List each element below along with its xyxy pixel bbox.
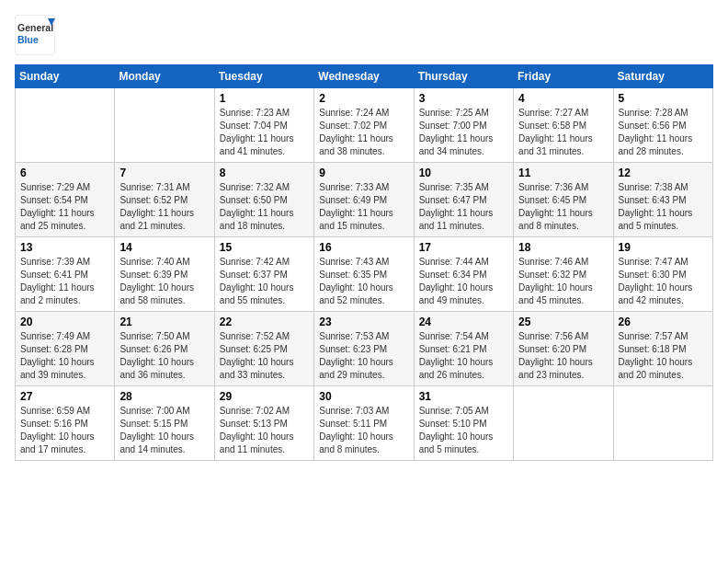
day-info: Sunrise: 7:50 AMSunset: 6:26 PMDaylight:… (119, 330, 209, 382)
day-number: 5 (619, 92, 708, 105)
day-info: Sunrise: 7:56 AMSunset: 6:20 PMDaylight:… (518, 330, 608, 382)
day-info: Sunrise: 7:52 AMSunset: 6:25 PMDaylight:… (220, 330, 309, 382)
day-number: 24 (419, 316, 508, 328)
calendar-cell: 29Sunrise: 7:02 AMSunset: 5:13 PMDayligh… (214, 386, 313, 461)
calendar-day-header: Tuesday (214, 65, 313, 88)
calendar-cell: 22Sunrise: 7:52 AMSunset: 6:25 PMDayligh… (214, 312, 313, 386)
day-number: 6 (20, 167, 109, 179)
calendar-week-row: 13Sunrise: 7:39 AMSunset: 6:41 PMDayligh… (16, 237, 713, 312)
day-number: 26 (619, 316, 708, 328)
day-number: 20 (20, 316, 109, 328)
calendar-cell (613, 386, 712, 461)
day-info: Sunrise: 7:32 AMSunset: 6:50 PMDaylight:… (220, 181, 309, 233)
day-number: 27 (20, 390, 109, 403)
svg-text:General: General (17, 22, 53, 33)
calendar-cell: 13Sunrise: 7:39 AMSunset: 6:41 PMDayligh… (16, 237, 115, 312)
day-info: Sunrise: 6:59 AMSunset: 5:16 PMDaylight:… (20, 405, 109, 456)
day-info: Sunrise: 7:47 AMSunset: 6:30 PMDaylight:… (619, 256, 708, 307)
calendar-week-row: 1Sunrise: 7:23 AMSunset: 7:04 PMDaylight… (16, 88, 713, 163)
logo: General Blue (15, 15, 55, 55)
calendar-cell: 15Sunrise: 7:42 AMSunset: 6:37 PMDayligh… (214, 237, 313, 312)
day-info: Sunrise: 7:39 AMSunset: 6:41 PMDaylight:… (20, 256, 109, 307)
calendar-cell: 7Sunrise: 7:31 AMSunset: 6:52 PMDaylight… (115, 163, 214, 237)
day-number: 29 (220, 390, 309, 403)
calendar-cell: 16Sunrise: 7:43 AMSunset: 6:35 PMDayligh… (314, 237, 414, 312)
day-number: 2 (319, 92, 408, 105)
calendar-cell: 17Sunrise: 7:44 AMSunset: 6:34 PMDayligh… (414, 237, 513, 312)
day-number: 16 (319, 241, 408, 254)
day-info: Sunrise: 7:38 AMSunset: 6:43 PMDaylight:… (619, 181, 708, 233)
day-info: Sunrise: 7:03 AMSunset: 5:11 PMDaylight:… (319, 405, 408, 456)
day-number: 3 (419, 92, 508, 105)
calendar-day-header: Wednesday (314, 65, 414, 88)
day-info: Sunrise: 7:29 AMSunset: 6:54 PMDaylight:… (20, 181, 109, 233)
day-number: 1 (220, 92, 309, 105)
day-info: Sunrise: 7:27 AMSunset: 6:58 PMDaylight:… (518, 107, 608, 158)
calendar-cell: 2Sunrise: 7:24 AMSunset: 7:02 PMDaylight… (314, 88, 414, 163)
calendar-cell: 12Sunrise: 7:38 AMSunset: 6:43 PMDayligh… (613, 163, 712, 237)
calendar-cell: 14Sunrise: 7:40 AMSunset: 6:39 PMDayligh… (115, 237, 214, 312)
day-number: 17 (419, 241, 508, 254)
day-number: 30 (319, 390, 408, 403)
calendar-cell: 1Sunrise: 7:23 AMSunset: 7:04 PMDaylight… (214, 88, 313, 163)
day-info: Sunrise: 7:25 AMSunset: 7:00 PMDaylight:… (419, 107, 508, 158)
day-info: Sunrise: 7:05 AMSunset: 5:10 PMDaylight:… (419, 405, 508, 456)
day-number: 9 (319, 167, 408, 179)
calendar-header-row: SundayMondayTuesdayWednesdayThursdayFrid… (16, 65, 713, 88)
day-number: 13 (20, 241, 109, 254)
calendar-day-header: Thursday (414, 65, 513, 88)
day-info: Sunrise: 7:31 AMSunset: 6:52 PMDaylight:… (119, 181, 209, 233)
calendar-day-header: Friday (514, 65, 613, 88)
day-info: Sunrise: 7:35 AMSunset: 6:47 PMDaylight:… (419, 181, 508, 233)
day-number: 12 (619, 167, 708, 179)
day-number: 25 (518, 316, 608, 328)
day-number: 8 (220, 167, 309, 179)
calendar-day-header: Monday (115, 65, 214, 88)
day-info: Sunrise: 7:49 AMSunset: 6:28 PMDaylight:… (20, 330, 109, 382)
calendar-cell: 27Sunrise: 6:59 AMSunset: 5:16 PMDayligh… (16, 386, 115, 461)
day-info: Sunrise: 7:02 AMSunset: 5:13 PMDaylight:… (220, 405, 309, 456)
day-info: Sunrise: 7:24 AMSunset: 7:02 PMDaylight:… (319, 107, 408, 158)
day-number: 11 (518, 167, 608, 179)
day-number: 15 (220, 241, 309, 254)
calendar-cell: 28Sunrise: 7:00 AMSunset: 5:15 PMDayligh… (115, 386, 214, 461)
day-info: Sunrise: 7:00 AMSunset: 5:15 PMDaylight:… (119, 405, 209, 456)
day-number: 10 (419, 167, 508, 179)
day-number: 23 (319, 316, 408, 328)
day-info: Sunrise: 7:28 AMSunset: 6:56 PMDaylight:… (619, 107, 708, 158)
calendar-cell: 21Sunrise: 7:50 AMSunset: 6:26 PMDayligh… (115, 312, 214, 386)
calendar-cell: 9Sunrise: 7:33 AMSunset: 6:49 PMDaylight… (314, 163, 414, 237)
calendar-cell: 4Sunrise: 7:27 AMSunset: 6:58 PMDaylight… (514, 88, 613, 163)
day-number: 7 (119, 167, 209, 179)
calendar-cell: 25Sunrise: 7:56 AMSunset: 6:20 PMDayligh… (514, 312, 613, 386)
day-number: 22 (220, 316, 309, 328)
calendar-cell: 11Sunrise: 7:36 AMSunset: 6:45 PMDayligh… (514, 163, 613, 237)
day-info: Sunrise: 7:23 AMSunset: 7:04 PMDaylight:… (220, 107, 309, 158)
day-number: 21 (119, 316, 209, 328)
calendar-cell: 31Sunrise: 7:05 AMSunset: 5:10 PMDayligh… (414, 386, 513, 461)
day-number: 18 (518, 241, 608, 254)
calendar-cell: 8Sunrise: 7:32 AMSunset: 6:50 PMDaylight… (214, 163, 313, 237)
calendar-cell: 19Sunrise: 7:47 AMSunset: 6:30 PMDayligh… (613, 237, 712, 312)
calendar-cell (514, 386, 613, 461)
day-info: Sunrise: 7:40 AMSunset: 6:39 PMDaylight:… (119, 256, 209, 307)
day-number: 14 (119, 241, 209, 254)
logo-svg: General Blue (15, 15, 55, 55)
calendar-cell: 30Sunrise: 7:03 AMSunset: 5:11 PMDayligh… (314, 386, 414, 461)
calendar-cell: 3Sunrise: 7:25 AMSunset: 7:00 PMDaylight… (414, 88, 513, 163)
calendar-cell: 20Sunrise: 7:49 AMSunset: 6:28 PMDayligh… (16, 312, 115, 386)
calendar-cell: 18Sunrise: 7:46 AMSunset: 6:32 PMDayligh… (514, 237, 613, 312)
calendar-cell: 23Sunrise: 7:53 AMSunset: 6:23 PMDayligh… (314, 312, 414, 386)
day-info: Sunrise: 7:44 AMSunset: 6:34 PMDaylight:… (419, 256, 508, 307)
day-info: Sunrise: 7:36 AMSunset: 6:45 PMDaylight:… (518, 181, 608, 233)
day-number: 31 (419, 390, 508, 403)
calendar-cell: 26Sunrise: 7:57 AMSunset: 6:18 PMDayligh… (613, 312, 712, 386)
calendar-table: SundayMondayTuesdayWednesdayThursdayFrid… (15, 64, 713, 461)
day-info: Sunrise: 7:57 AMSunset: 6:18 PMDaylight:… (619, 330, 708, 382)
calendar-day-header: Saturday (613, 65, 712, 88)
day-info: Sunrise: 7:54 AMSunset: 6:21 PMDaylight:… (419, 330, 508, 382)
calendar-week-row: 20Sunrise: 7:49 AMSunset: 6:28 PMDayligh… (16, 312, 713, 386)
page-header: General Blue (15, 15, 713, 55)
calendar-cell (115, 88, 214, 163)
day-number: 28 (119, 390, 209, 403)
